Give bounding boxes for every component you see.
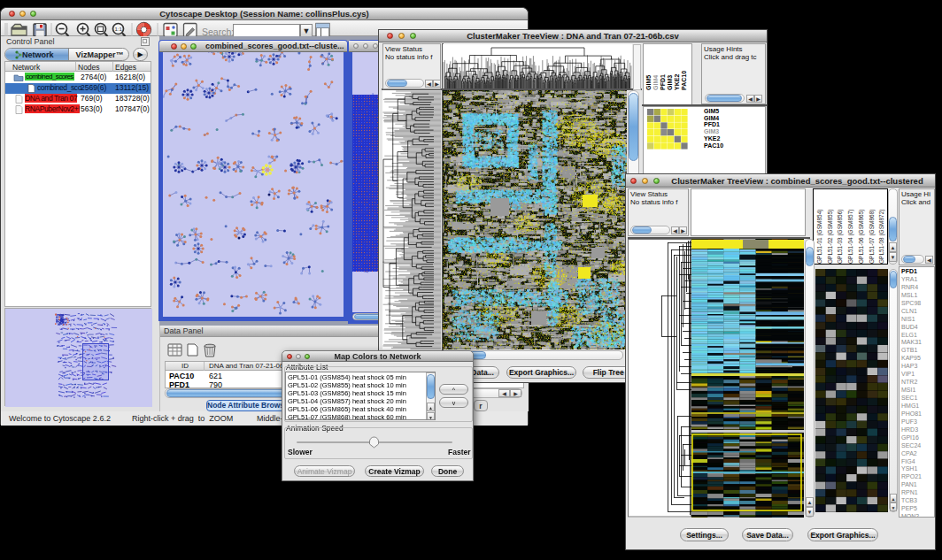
svg-text:1:1: 1:1: [115, 27, 123, 32]
